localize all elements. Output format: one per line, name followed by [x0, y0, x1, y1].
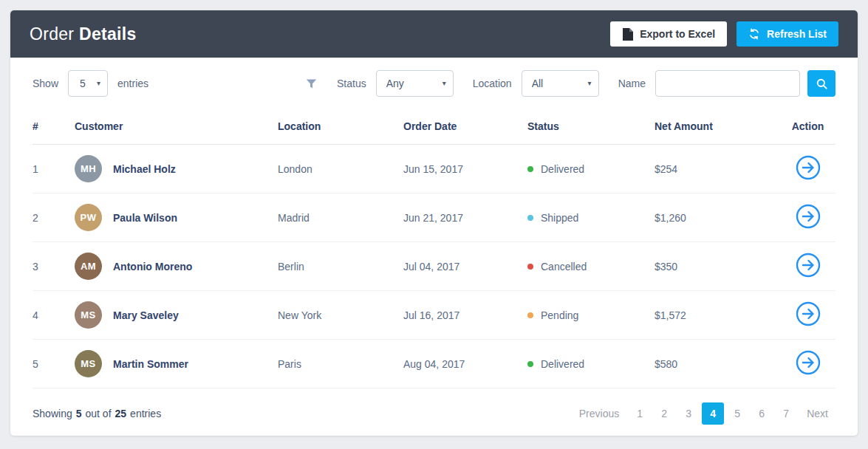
table-row: 1 MHMichael Holz London Jun 15, 2017 Del… [33, 145, 835, 193]
name-search-input[interactable] [655, 70, 800, 97]
net-amount-cell: $350 [655, 242, 780, 291]
refresh-button-label: Refresh List [767, 28, 827, 40]
status-select-wrap: Any ▾ [376, 70, 454, 97]
avatar: MS [75, 301, 102, 329]
col-header-location: Location [278, 110, 403, 145]
entries-label: entries [117, 78, 148, 89]
search-button[interactable] [807, 70, 835, 97]
showing-entries-text: Showing 5 out of 25 entries [33, 408, 161, 419]
net-amount-cell: $254 [655, 145, 780, 193]
view-order-button[interactable] [796, 204, 821, 229]
customer-name: Michael Holz [113, 163, 176, 175]
card-header: Order Details Export to Excel Refresh Li… [10, 10, 858, 58]
header-buttons: Export to Excel Refresh List [610, 21, 838, 47]
orders-table: # Customer Location Order Date Status Ne… [33, 110, 835, 388]
arrow-right-circle-icon [796, 204, 821, 229]
pagination-page-1[interactable]: 1 [629, 402, 651, 425]
pagination-next[interactable]: Next [799, 402, 835, 425]
table-row: 2 PWPaula Wilson Madrid Jun 21, 2017 Shi… [33, 193, 835, 242]
arrow-right-circle-icon [796, 350, 821, 375]
status-label: Shipped [541, 212, 578, 224]
pagination-page-5[interactable]: 5 [726, 402, 748, 425]
view-order-button[interactable] [796, 155, 821, 180]
pagination-page-4-active[interactable]: 4 [702, 402, 724, 425]
order-date-cell: Jul 16, 2017 [403, 291, 527, 340]
col-header-status: Status [527, 110, 655, 145]
location-select-wrap: All ▾ [522, 70, 599, 97]
refresh-icon [748, 28, 760, 40]
arrow-right-circle-icon [796, 253, 821, 278]
status-filter-label: Status [337, 78, 366, 89]
status-label: Cancelled [541, 261, 587, 273]
pagination-page-7[interactable]: 7 [775, 402, 797, 425]
pagination-previous[interactable]: Previous [572, 402, 626, 425]
export-to-excel-button[interactable]: Export to Excel [610, 21, 727, 47]
search-icon [816, 78, 828, 90]
show-label: Show [33, 78, 58, 89]
order-details-card: Order Details Export to Excel Refresh Li… [10, 10, 858, 436]
avatar: AM [75, 253, 102, 280]
entries-select-wrap: 5 ▾ [68, 70, 108, 97]
avatar: PW [75, 204, 102, 231]
location-cell: New York [278, 291, 403, 340]
name-filter-label: Name [618, 78, 646, 89]
net-amount-cell: $580 [655, 340, 780, 388]
status-dot [527, 215, 533, 221]
order-date-cell: Jun 15, 2017 [403, 145, 527, 193]
status-dot [527, 264, 533, 270]
location-cell: Berlin [278, 242, 403, 291]
arrow-right-circle-icon [796, 155, 821, 180]
col-header-num: # [33, 110, 75, 145]
showing-suffix: entries [130, 408, 161, 419]
pagination-page-6[interactable]: 6 [751, 402, 773, 425]
avatar: MS [75, 350, 102, 377]
location-filter-select[interactable]: All [522, 70, 599, 97]
order-date-cell: Jul 04, 2017 [403, 242, 527, 291]
order-date-cell: Jun 21, 2017 [403, 193, 527, 242]
status-dot [527, 166, 533, 172]
table-row: 3 AMAntonio Moreno Berlin Jul 04, 2017 C… [33, 242, 835, 291]
status-dot [527, 312, 533, 318]
view-order-button[interactable] [796, 350, 821, 375]
pagination-page-2[interactable]: 2 [653, 402, 675, 425]
card-footer: Showing 5 out of 25 entries Previous 1 2… [10, 388, 858, 439]
document-icon [622, 28, 633, 41]
location-filter-label: Location [473, 78, 512, 89]
refresh-list-button[interactable]: Refresh List [737, 21, 838, 47]
order-date-cell: Aug 04, 2017 [403, 340, 527, 388]
filter-bar: Show 5 ▾ entries Status Any ▾ Location A… [10, 58, 858, 110]
row-number: 1 [33, 145, 75, 193]
customer-name: Mary Saveley [113, 309, 179, 321]
showing-count: 5 [76, 408, 82, 419]
row-number: 2 [33, 193, 75, 242]
row-number: 4 [33, 291, 75, 340]
view-order-button[interactable] [796, 301, 821, 326]
location-cell: London [278, 145, 403, 193]
page-title-regular: Order [30, 24, 74, 44]
pagination: Previous 1 2 3 4 5 6 7 Next [572, 402, 835, 425]
showing-middle: out of [86, 408, 112, 419]
status-dot [527, 361, 533, 367]
view-order-button[interactable] [796, 253, 821, 278]
page-title: Order Details [30, 24, 137, 44]
showing-prefix: Showing [33, 408, 72, 419]
status-filter-select[interactable]: Any [376, 70, 454, 97]
col-header-order-date: Order Date [403, 110, 527, 145]
col-header-net-amount: Net Amount [655, 110, 780, 145]
location-cell: Paris [278, 340, 403, 388]
row-number: 5 [33, 340, 75, 388]
showing-total: 25 [115, 408, 127, 419]
customer-name: Antonio Moreno [113, 261, 192, 273]
customer-name: Martin Sommer [113, 358, 188, 370]
status-label: Pending [541, 309, 578, 321]
status-label: Delivered [541, 358, 584, 370]
location-cell: Madrid [278, 193, 403, 242]
table-header-row: # Customer Location Order Date Status Ne… [33, 110, 835, 145]
filter-funnel-icon [305, 78, 318, 90]
col-header-action: Action [780, 110, 835, 145]
row-number: 3 [33, 242, 75, 291]
pagination-page-3[interactable]: 3 [677, 402, 700, 425]
page-title-bold: Details [79, 24, 137, 44]
entries-per-page-select[interactable]: 5 [68, 70, 108, 97]
status-label: Delivered [541, 163, 584, 175]
